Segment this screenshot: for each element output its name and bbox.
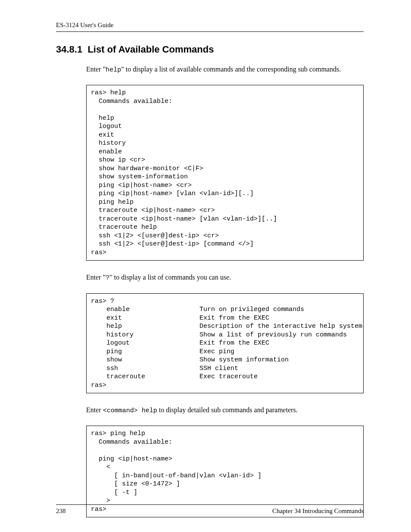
code-block-question: ras> ? enable Turn on privileged command… bbox=[86, 293, 364, 394]
para1-post: " to display a list of available command… bbox=[121, 65, 341, 73]
para1-pre: Enter " bbox=[86, 65, 106, 73]
code-block-help: ras> help Commands available: help logou… bbox=[86, 85, 364, 261]
body-content: Enter "help" to display a list of availa… bbox=[86, 65, 364, 517]
section-number: 34.8.1 bbox=[56, 44, 82, 55]
footer-chapter: Chapter 34 Introducing Commands bbox=[272, 507, 364, 515]
footer-page-number: 238 bbox=[56, 507, 66, 515]
para2-post: " to display a list of commands you can … bbox=[109, 274, 231, 281]
section-title: List of Available Commands bbox=[87, 44, 214, 55]
page-footer: 238 Chapter 34 Introducing Commands bbox=[56, 504, 364, 515]
paragraph-2: Enter "?" to display a list of commands … bbox=[86, 273, 364, 283]
para1-code: help bbox=[106, 66, 121, 74]
para3-code: <command> help bbox=[103, 407, 157, 414]
para2-pre: Enter " bbox=[86, 274, 106, 281]
section-heading: 34.8.1 List of Available Commands bbox=[56, 44, 364, 55]
footer-rule bbox=[56, 504, 364, 505]
paragraph-1: Enter "help" to display a list of availa… bbox=[86, 65, 364, 75]
para2-code: ? bbox=[106, 274, 109, 282]
code-block-ping-help: ras> ping help Commands available: ping … bbox=[86, 426, 364, 517]
header-rule bbox=[56, 31, 364, 32]
running-header: ES-3124 User's Guide bbox=[56, 22, 364, 29]
paragraph-3: Enter <command> help to display detailed… bbox=[86, 405, 364, 415]
para3-post: to display detailed sub commands and par… bbox=[157, 406, 298, 414]
para3-pre: Enter bbox=[86, 406, 103, 414]
document-page: ES-3124 User's Guide 34.8.1 List of Avai… bbox=[0, 0, 411, 532]
